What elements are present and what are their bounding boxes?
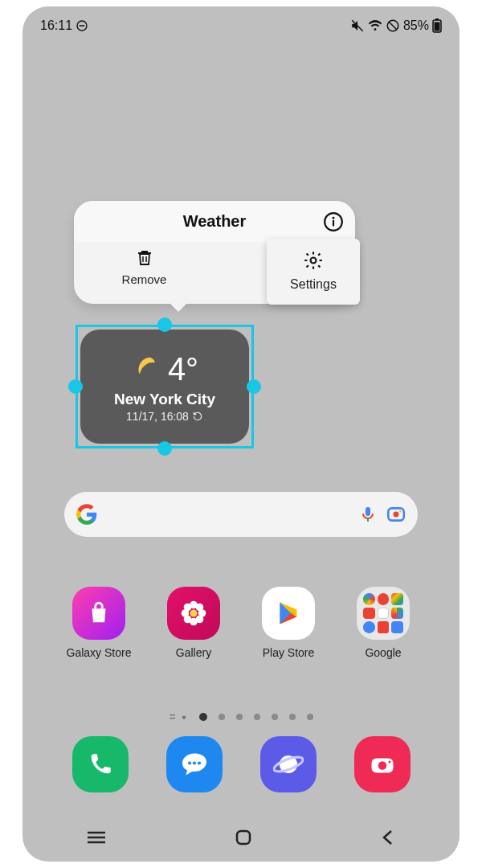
nav-recent[interactable] — [86, 829, 107, 849]
phone-icon — [87, 751, 114, 778]
dock-messages[interactable] — [157, 736, 231, 792]
svg-point-27 — [190, 610, 198, 617]
status-bar: 16:11 85% — [22, 6, 460, 37]
app-gallery[interactable]: Gallery — [156, 587, 231, 659]
google-search-bar[interactable] — [64, 492, 418, 537]
svg-point-13 — [311, 258, 317, 264]
resize-handle-left[interactable] — [68, 379, 83, 394]
svg-point-18 — [399, 510, 401, 512]
page-dot — [254, 714, 260, 720]
google-logo-icon — [76, 503, 98, 526]
android-nav-bar — [22, 817, 460, 862]
dock-camera[interactable] — [345, 736, 419, 792]
svg-rect-14 — [366, 507, 370, 516]
nav-home[interactable] — [234, 828, 253, 850]
mute-icon — [350, 18, 365, 33]
svg-point-32 — [192, 761, 195, 764]
no-sim-icon — [386, 18, 400, 33]
svg-point-37 — [378, 761, 386, 770]
nav-back[interactable] — [380, 828, 396, 850]
home-app-row: Galaxy Store Gallery Play Store — [61, 587, 421, 659]
svg-point-33 — [197, 761, 200, 764]
dnd-icon — [76, 19, 88, 32]
svg-point-31 — [187, 761, 190, 764]
app-play-store[interactable]: Play Store — [251, 587, 326, 659]
phone-frame: 16:11 85% Weather Remove Set — [22, 6, 460, 862]
page-dot — [236, 714, 243, 720]
flower-icon — [179, 599, 208, 628]
svg-point-24 — [196, 604, 204, 612]
battery-text: 85% — [403, 18, 429, 33]
page-dot — [307, 714, 313, 720]
page-dot — [289, 714, 296, 720]
app-label: Play Store — [263, 646, 315, 659]
play-icon — [274, 599, 303, 628]
app-google-folder[interactable]: Google — [345, 587, 421, 659]
svg-point-26 — [196, 616, 204, 624]
info-button[interactable] — [323, 211, 344, 232]
app-label: Gallery — [176, 646, 211, 659]
remove-label: Remove — [122, 272, 167, 286]
app-label: Google — [365, 646, 401, 659]
dock — [63, 736, 419, 792]
svg-rect-6 — [435, 18, 439, 20]
svg-point-23 — [184, 604, 192, 612]
lens-icon[interactable] — [386, 504, 406, 525]
svg-point-17 — [394, 512, 399, 518]
status-time: 16:11 — [40, 18, 72, 33]
planet-icon — [273, 749, 304, 780]
popup-title: Weather — [183, 212, 247, 231]
widget-context-menu: Weather Remove Settings — [74, 201, 355, 304]
page-indicator[interactable]: = ▪ — [22, 710, 460, 723]
app-galaxy-store[interactable]: Galaxy Store — [61, 587, 137, 659]
panel-indicator-icon: = ▪ — [169, 710, 187, 723]
svg-line-4 — [389, 22, 398, 31]
weather-widget-selection[interactable]: 4° New York City 11/17, 16:08 — [76, 325, 254, 448]
dock-phone[interactable] — [63, 736, 137, 792]
chat-icon — [180, 750, 209, 779]
svg-rect-42 — [237, 831, 250, 844]
wifi-icon — [368, 18, 382, 33]
gear-icon — [303, 250, 324, 271]
app-label: Galaxy Store — [67, 646, 132, 659]
bag-icon — [85, 600, 112, 627]
camera-icon — [368, 750, 397, 779]
svg-point-25 — [184, 616, 192, 624]
resize-handle-right[interactable] — [247, 379, 261, 394]
resize-handle-top[interactable] — [157, 317, 172, 332]
svg-point-9 — [333, 216, 335, 219]
dock-browser[interactable] — [251, 736, 325, 792]
settings-button[interactable]: Settings — [267, 239, 360, 305]
svg-rect-10 — [333, 219, 334, 226]
svg-point-38 — [388, 761, 390, 764]
page-dot — [219, 714, 225, 720]
settings-label: Settings — [290, 277, 337, 292]
svg-rect-7 — [435, 23, 440, 31]
trash-icon — [135, 248, 154, 268]
popup-header: Weather — [74, 201, 355, 242]
page-dot — [272, 714, 278, 720]
selection-frame — [76, 325, 254, 448]
remove-button[interactable]: Remove — [74, 248, 214, 286]
battery-icon — [432, 18, 442, 33]
resize-handle-bottom[interactable] — [157, 441, 172, 456]
page-dot-active — [199, 713, 207, 721]
mic-icon[interactable] — [358, 505, 378, 524]
